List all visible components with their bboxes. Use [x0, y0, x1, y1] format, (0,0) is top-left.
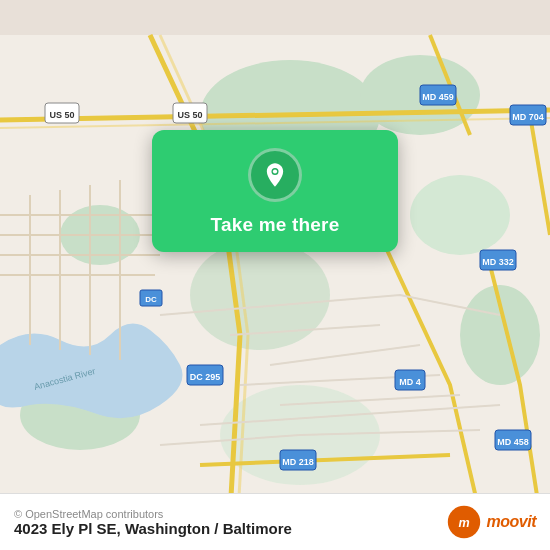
take-me-there-button[interactable]: Take me there — [211, 212, 340, 238]
pin-icon-wrapper — [248, 148, 302, 202]
map-attribution: © OpenStreetMap contributors — [14, 508, 292, 520]
address-info: © OpenStreetMap contributors 4023 Ely Pl… — [14, 507, 292, 537]
location-pin-icon — [261, 161, 289, 189]
svg-text:MD 218: MD 218 — [282, 457, 314, 467]
svg-text:MD 459: MD 459 — [422, 92, 454, 102]
svg-text:MD 332: MD 332 — [482, 257, 514, 267]
svg-text:m: m — [458, 516, 469, 530]
address-line: 4023 Ely Pl SE, Washington / Baltimore — [14, 520, 292, 537]
svg-text:MD 4: MD 4 — [399, 377, 421, 387]
svg-text:DC 295: DC 295 — [190, 372, 221, 382]
svg-text:DC: DC — [145, 295, 157, 304]
location-card: Take me there — [152, 130, 398, 252]
svg-text:US 50: US 50 — [177, 110, 202, 120]
moovit-brand-text: moovit — [487, 513, 536, 531]
svg-text:US 50: US 50 — [49, 110, 74, 120]
map-container: US 50 US 50 DC 295 DC 295 MD 459 MD 704 … — [0, 0, 550, 550]
svg-text:MD 458: MD 458 — [497, 437, 529, 447]
bottom-bar: © OpenStreetMap contributors 4023 Ely Pl… — [0, 493, 550, 550]
svg-point-5 — [410, 175, 510, 255]
svg-point-41 — [273, 169, 277, 173]
moovit-logo-icon: m — [446, 504, 482, 540]
map-background: US 50 US 50 DC 295 DC 295 MD 459 MD 704 … — [0, 0, 550, 550]
moovit-logo: m moovit — [446, 504, 536, 540]
svg-text:MD 704: MD 704 — [512, 112, 544, 122]
